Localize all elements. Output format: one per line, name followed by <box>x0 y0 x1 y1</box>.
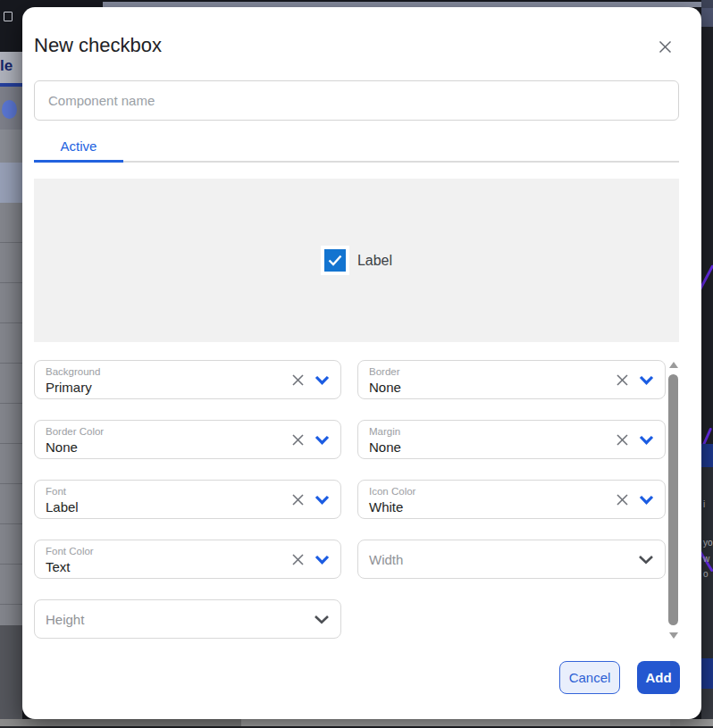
clear-icon[interactable] <box>291 493 305 506</box>
new-checkbox-dialog: New checkbox Active Label Background Pri… <box>22 7 701 719</box>
close-icon[interactable] <box>656 38 674 55</box>
field-value: Label <box>46 499 79 515</box>
field-label: Border <box>369 366 400 377</box>
field-value: Primary <box>46 380 92 395</box>
field-value: None <box>369 439 401 455</box>
dialog-title: New checkbox <box>34 34 162 57</box>
field-label: Background <box>46 366 100 377</box>
scroll-down-arrow-icon[interactable] <box>669 632 678 639</box>
chevron-down-icon <box>315 375 330 385</box>
background-page-fragment <box>0 625 22 719</box>
background-clipped-text: i <box>703 500 705 509</box>
field-label: Icon Color <box>369 486 415 497</box>
chevron-down-icon <box>315 555 330 565</box>
background-footer-strip <box>241 719 670 726</box>
scrollbar-thumb[interactable] <box>668 374 678 625</box>
field-value: White <box>369 499 403 515</box>
dialog-actions: Cancel Add <box>559 661 680 694</box>
field-label: Font Color <box>46 546 94 556</box>
clear-icon[interactable] <box>616 433 629 447</box>
chevron-down-icon <box>315 435 330 445</box>
field-border-color[interactable]: Border Color None <box>34 420 341 459</box>
background-page-fragment <box>701 8 713 27</box>
field-label: Border Color <box>46 426 104 437</box>
background-clipped-text: le <box>0 57 13 75</box>
chevron-down-icon <box>315 495 330 505</box>
tab-active[interactable]: Active <box>34 131 123 163</box>
checkbox-box <box>321 246 349 275</box>
clear-icon[interactable] <box>291 553 305 566</box>
background-blue-bar-fragment <box>701 658 713 689</box>
background-button-fragment <box>2 100 17 119</box>
field-height[interactable]: Height <box>34 599 341 639</box>
clear-icon[interactable] <box>291 373 305 387</box>
background-table-rows-fragment <box>0 203 22 625</box>
field-width[interactable]: Width <box>357 540 666 579</box>
background-window-icon <box>4 12 13 21</box>
chevron-down-icon <box>639 495 654 505</box>
background-clipped-text: yo <box>703 539 713 548</box>
checkbox-preview: Label <box>321 246 392 275</box>
field-font-color[interactable]: Font Color Text <box>34 540 341 579</box>
background-page-fragment <box>0 130 22 163</box>
field-label: Height <box>35 600 340 638</box>
cancel-button[interactable]: Cancel <box>559 661 620 694</box>
field-label: Margin <box>369 426 400 437</box>
style-fields-grid: Background Primary Border None Border Co… <box>34 360 666 639</box>
background-selected-row-fragment <box>0 163 22 203</box>
field-background[interactable]: Background Primary <box>34 360 341 399</box>
checkbox-checked-icon <box>324 249 346 272</box>
field-label: Width <box>358 540 665 578</box>
clear-icon[interactable] <box>291 433 305 447</box>
chevron-down-icon <box>639 435 654 445</box>
chevron-down-icon <box>314 615 330 624</box>
background-clipped-text: o <box>703 570 709 579</box>
chevron-down-icon <box>638 555 654 565</box>
component-preview-panel: Label <box>34 179 679 342</box>
background-blue-bar-fragment <box>701 444 713 467</box>
clear-icon[interactable] <box>616 373 629 387</box>
field-icon-color[interactable]: Icon Color White <box>357 480 666 519</box>
background-page-fragment <box>0 87 22 130</box>
field-value: Text <box>46 559 71 574</box>
field-margin[interactable]: Margin None <box>357 420 666 459</box>
add-button[interactable]: Add <box>637 661 680 694</box>
field-border[interactable]: Border None <box>357 360 666 399</box>
background-page-fragment <box>701 689 713 719</box>
field-font[interactable]: Font Label <box>34 480 341 519</box>
field-value: None <box>369 380 401 395</box>
chevron-down-icon <box>639 375 654 385</box>
checkbox-preview-label: Label <box>357 253 392 269</box>
field-value: None <box>46 439 78 455</box>
component-name-input[interactable] <box>34 80 679 121</box>
scroll-up-arrow-icon[interactable] <box>669 362 678 368</box>
background-page-fragment <box>701 0 713 8</box>
background-clipped-text: w <box>703 555 709 564</box>
field-label: Font <box>46 486 66 497</box>
clear-icon[interactable] <box>616 493 629 506</box>
x-mark-icon <box>658 39 673 54</box>
fields-scrollbar <box>668 360 679 639</box>
tab-bar: Active <box>34 131 679 163</box>
background-page-fragment: le <box>0 52 22 85</box>
